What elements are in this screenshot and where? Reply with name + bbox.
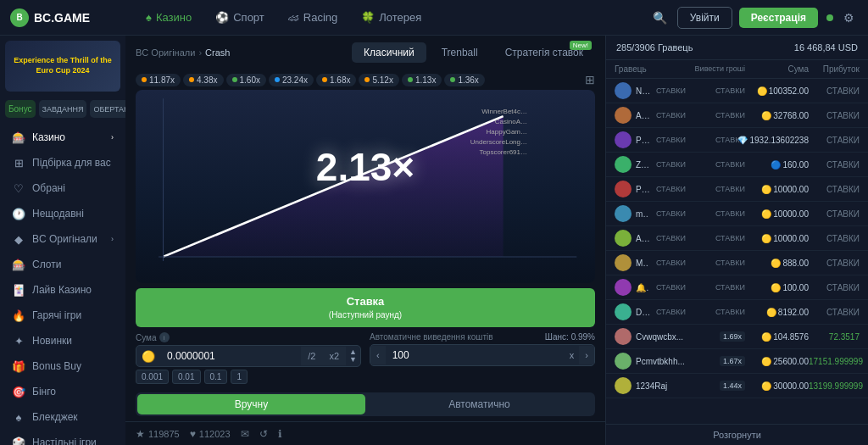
nav-sport[interactable]: ⚽ Спорт — [205, 6, 275, 29]
show-more-button[interactable]: Розгорнути — [606, 424, 868, 445]
tab-trenball[interactable]: Trenball — [430, 42, 490, 63]
cashout-next-btn[interactable]: › — [579, 346, 594, 364]
history-item[interactable]: 23.24x — [269, 74, 314, 86]
footer-stars[interactable]: ★ 119875 — [136, 428, 180, 440]
preset-001[interactable]: 0.01 — [172, 370, 200, 384]
sidebar-item-bonus-buy[interactable]: 🎁 Bonus Buy — [0, 353, 125, 379]
player-profit: СТАВКИ — [809, 160, 860, 170]
player-money: СТАВКИ — [686, 259, 745, 267]
player-money: СТАВКИ — [686, 308, 745, 316]
history-item[interactable]: 4.38x — [183, 74, 223, 86]
auth-actions: 🔍 Увійти Реєстрація ⚙ — [649, 7, 858, 29]
player-action: СТАВКИ — [656, 259, 686, 267]
sidebar-item-bingo[interactable]: 🎯 Бінго — [0, 379, 125, 404]
player-name: Zabnicihkqac — [636, 160, 649, 170]
footer-info[interactable]: ℹ — [278, 428, 282, 440]
player-name: Ptaxcbiljpyb — [636, 185, 649, 194]
sidebar-item-favorites[interactable]: ♡ Обрані — [0, 175, 125, 201]
history-settings-icon[interactable]: ⊞ — [585, 73, 595, 86]
bet-controls: Ставка (Наступний раунд) Сума i 🟡 /2 — [125, 283, 605, 389]
history-item[interactable]: 1.36x — [444, 74, 484, 86]
mode-tab-auto[interactable]: Автоматично — [365, 394, 593, 414]
history-item[interactable]: 11.87x — [136, 74, 181, 86]
player-sum: 🟡8192.00 — [745, 308, 809, 317]
nav-lottery[interactable]: 🍀 Лотерея — [351, 6, 431, 29]
task-button[interactable]: ЗАВДАННЯ — [39, 100, 87, 118]
settings-icon[interactable]: ⚙ — [840, 8, 858, 28]
player-info: Cvwqwcbx... — [615, 328, 686, 345]
sidebar-item-hot-games[interactable]: 🔥 Гарячі ігри — [0, 303, 125, 328]
player-profit: СТАВКИ — [809, 308, 860, 317]
player-name: Cvwqwcbx... — [636, 332, 683, 342]
footer-hearts[interactable]: ♥ 112023 — [190, 428, 231, 440]
player-profit: СТАВКИ — [809, 111, 860, 120]
cashout-prev-btn[interactable]: ‹ — [370, 346, 386, 364]
search-icon[interactable]: 🔍 — [649, 8, 670, 28]
nav-casino[interactable]: ♠ Казино — [136, 6, 202, 29]
selection-icon: ⊞ — [12, 156, 25, 170]
bonus-button[interactable]: Бонус — [5, 100, 36, 118]
history-item[interactable]: 1.68x — [316, 74, 356, 86]
register-button[interactable]: Реєстрація — [739, 8, 818, 28]
col-header-player: Гравець — [615, 64, 686, 74]
sidebar-item-blackjack[interactable]: ♠ Блекджек — [0, 404, 125, 430]
history-item[interactable]: 5.12x — [359, 74, 398, 86]
sidebar-item-table-games[interactable]: 🎲 Настільні ігри — [0, 430, 125, 445]
spin-button[interactable]: ОБЕРТАННЯ — [90, 100, 125, 118]
avatar — [615, 181, 632, 197]
players-header: 285/3906 Гравець 16 468,84 USD — [606, 36, 868, 60]
nav-racing[interactable]: 🏎 Racing — [278, 6, 348, 29]
player-info: monster СТАВКИ — [615, 205, 686, 222]
money-action: СТАВКИ — [715, 111, 745, 120]
sidebar-item-label: Гарячі ігри — [32, 309, 81, 321]
player-name: 🔔 Tosi 🔔 — [636, 283, 649, 292]
game-header: BC Оригінали › Crash Класичний Trenball … — [125, 36, 605, 70]
sidebar-item-live-casino[interactable]: 🃏 Лайв Казино — [0, 277, 125, 303]
login-button[interactable]: Увійти — [677, 7, 732, 29]
amount-down-btn[interactable]: ▼ — [349, 356, 357, 364]
bet-button[interactable]: Ставка (Наступний раунд) — [136, 288, 595, 327]
cashout-input[interactable] — [386, 345, 570, 365]
history-item[interactable]: 1.60x — [226, 74, 266, 86]
player-action: СТАВКИ — [656, 234, 686, 242]
player-info: Pooch8920 СТАВКИ — [615, 131, 686, 148]
divide-btn[interactable]: /2 — [301, 347, 322, 365]
preset-0001[interactable]: 0.001 — [136, 370, 169, 384]
amount-input[interactable] — [160, 346, 301, 366]
player-money: СТАВКИ — [686, 185, 745, 193]
footer-share[interactable]: ✉ — [241, 428, 249, 440]
history-value: 4.38x — [197, 75, 217, 85]
sidebar-item-slots[interactable]: 🎰 Слоти — [0, 252, 125, 277]
tab-strategy[interactable]: Стратегія ставок New! — [493, 42, 595, 63]
favorites-icon: ♡ — [12, 181, 25, 195]
breadcrumb-home[interactable]: BC Оригінали — [136, 47, 195, 58]
history-dot — [232, 77, 237, 82]
history-value: 5.12x — [372, 75, 392, 85]
sidebar-item-selection[interactable]: ⊞ Підбірка для вас — [0, 150, 125, 175]
col-header-sum: Сума — [745, 64, 809, 74]
preset-1[interactable]: 1 — [231, 370, 248, 384]
tab-classic[interactable]: Класичний — [352, 42, 426, 63]
mode-tab-manual[interactable]: Вручну — [137, 394, 365, 414]
player-sum: 🟡25600.00 — [745, 357, 809, 366]
sidebar-item-recent[interactable]: 🕐 Нещодавні — [0, 201, 125, 226]
content-area: BC Оригінали › Crash Класичний Trenball … — [125, 36, 868, 445]
promo-banner[interactable]: Experience the Thrill of the Euro Cup 20… — [5, 41, 120, 92]
sidebar-item-casino[interactable]: 🎰 Казино › — [0, 125, 125, 150]
footer-refresh[interactable]: ↺ — [259, 428, 268, 440]
coin-icon: 🟡 — [136, 350, 160, 363]
sidebar-item-label: BC Оригінали — [32, 233, 97, 245]
logo-icon: B — [10, 8, 29, 27]
player-money: 1.67x — [686, 356, 745, 366]
multiply-btn[interactable]: x2 — [322, 347, 346, 365]
history-item[interactable]: 1.13x — [402, 74, 442, 86]
player-sum: 🟡32768.00 — [745, 111, 809, 120]
multiplier-badge: 1.67x — [720, 356, 745, 366]
sidebar-item-news[interactable]: ✦ Новинки — [0, 328, 125, 353]
amount-label: Сума i — [136, 332, 361, 342]
preset-01[interactable]: 0.1 — [204, 370, 228, 384]
avatar — [615, 303, 632, 320]
table-row: 1234Raj 1.44x 🟡30000.00 13199.999999 — [606, 374, 868, 398]
player-name: Always Loo... — [636, 111, 649, 120]
sidebar-item-bc-originals[interactable]: ◆ BC Оригінали › — [0, 226, 125, 252]
